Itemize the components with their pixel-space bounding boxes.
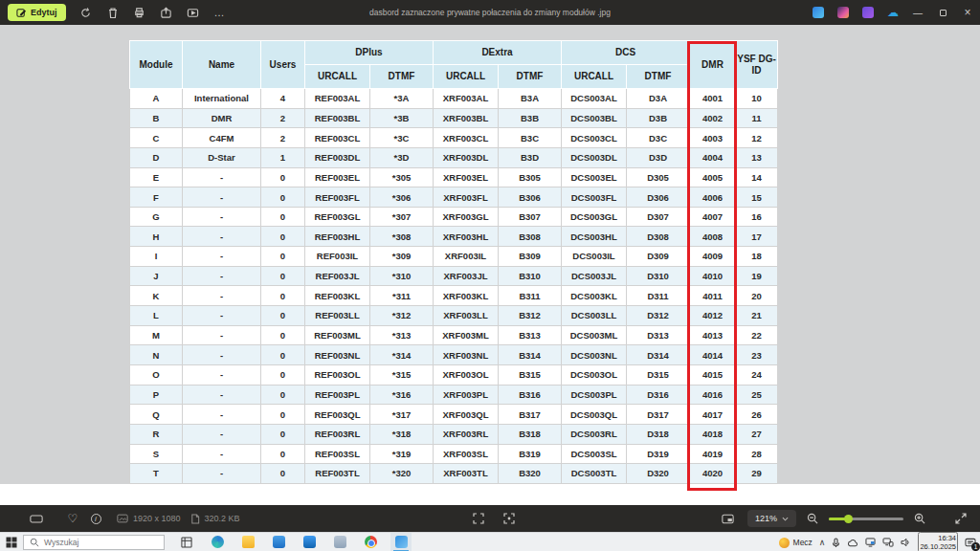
table-cell: XRF003IL	[434, 247, 499, 267]
onedrive-icon[interactable]: ☁	[887, 7, 899, 18]
photo-bottom-margin	[0, 484, 980, 505]
windows-taskbar: Wyszukaj Mecz ∧	[0, 532, 980, 551]
tray-onedrive-button[interactable]	[847, 539, 858, 547]
table-cell: DMR	[183, 108, 261, 128]
favorite-button[interactable]: ♡	[61, 508, 84, 529]
clipchamp-app-icon[interactable]	[837, 7, 849, 18]
table-cell: 4009	[690, 247, 736, 267]
table-cell: DCS003PL	[562, 385, 627, 405]
zoom-level-dropdown[interactable]: 121%	[747, 510, 796, 527]
table-cell: 23	[736, 345, 778, 365]
table-cell: 0	[261, 405, 305, 425]
file-size-icon	[190, 514, 200, 524]
table-cell: -	[183, 266, 261, 286]
microphone-icon	[832, 538, 840, 548]
photo-canvas[interactable]: Module Name Users DPlus DExtra DCS DMR Y…	[0, 25, 980, 505]
table-cell: 0	[261, 444, 305, 464]
table-cell: 0	[261, 266, 305, 286]
taskbar-search-input[interactable]: Wyszukaj	[23, 535, 165, 550]
tray-teams-button[interactable]	[832, 538, 840, 548]
slideshow-icon	[187, 7, 199, 19]
table-row: P-0REF003PL*316XRF003PLB316DCS003PLD3164…	[130, 385, 778, 405]
clock-date: 26.10.2025	[920, 542, 956, 551]
zoom-out-icon	[807, 513, 818, 524]
table-cell: 0	[261, 167, 305, 187]
table-cell: 4013	[690, 325, 736, 345]
task-view-button[interactable]	[176, 533, 197, 551]
share-button[interactable]	[156, 3, 177, 22]
action-center-button[interactable]: 1	[965, 538, 976, 548]
fullscreen-button[interactable]	[949, 508, 972, 529]
cloud-icon	[847, 539, 858, 547]
table-cell: D319	[627, 444, 690, 464]
tray-display-button[interactable]	[865, 538, 876, 547]
tray-volume-button[interactable]	[901, 538, 911, 547]
table-row: N-0REF003NL*314XRF003NLB314DCS003NLD3144…	[130, 345, 778, 365]
table-cell: *3D	[370, 147, 434, 167]
table-cell: 4008	[690, 227, 736, 247]
table-row: CC4FM2REF003CL*3CXRF003CLB3CDCS003CLD3C4…	[130, 128, 778, 148]
print-button[interactable]	[129, 3, 150, 22]
table-cell: XRF003GL	[434, 207, 499, 227]
zoom-slider-thumb[interactable]	[844, 515, 853, 523]
table-cell: 15	[736, 187, 778, 208]
zoom-out-button[interactable]	[804, 508, 821, 529]
table-cell: REF003KL	[305, 286, 370, 306]
sports-widget-icon	[779, 538, 790, 548]
header-dplus: DPlus	[305, 41, 434, 65]
table-cell: 22	[736, 325, 778, 345]
rotate-button[interactable]	[76, 3, 97, 22]
taskbar-photos-button[interactable]	[390, 533, 412, 551]
table-cell: DCS003DL	[562, 147, 627, 167]
search-icon	[30, 538, 39, 547]
file-info-button[interactable]: i	[84, 508, 107, 529]
table-cell: P	[130, 385, 183, 405]
table-row: T-0REF003TL*320XRF003TLB320DCS003TLD3204…	[130, 464, 778, 484]
taskbar-chrome-button[interactable]	[360, 533, 381, 551]
table-cell: 4018	[690, 424, 736, 444]
table-cell: 0	[261, 424, 305, 444]
photo-editor-app-icon[interactable]	[862, 7, 874, 18]
table-cell: 4015	[690, 364, 736, 385]
close-button[interactable]: ×	[955, 0, 980, 25]
ellipsis-icon: …	[214, 7, 226, 18]
taskbar-mail-button[interactable]	[329, 533, 350, 551]
zoom-in-button[interactable]	[911, 508, 928, 529]
taskbar-explorer-button[interactable]	[237, 533, 258, 551]
fit-to-window-button[interactable]	[467, 508, 490, 529]
table-cell: XRF003ML	[434, 325, 499, 345]
table-cell: XRF003PL	[434, 385, 499, 405]
filmstrip-toggle-button[interactable]	[25, 508, 48, 529]
edit-button[interactable]: Edytuj	[8, 4, 66, 21]
designer-app-icon[interactable]	[813, 7, 824, 18]
table-cell: *320	[370, 464, 434, 484]
more-button[interactable]: …	[210, 3, 231, 22]
table-cell: D-Star	[183, 147, 261, 167]
slideshow-button[interactable]	[183, 3, 204, 22]
taskbar-outlook-button[interactable]	[299, 533, 320, 551]
taskbar-store-button[interactable]	[268, 533, 289, 551]
restore-button[interactable]	[930, 0, 955, 25]
table-cell: B320	[499, 464, 562, 484]
minimize-button[interactable]: —	[905, 0, 930, 25]
news-widget-button[interactable]: Mecz	[779, 538, 813, 548]
zoom-slider[interactable]	[829, 518, 903, 520]
tray-expand-button[interactable]: ∧	[819, 538, 826, 547]
table-cell: H	[130, 227, 183, 247]
table-cell: R	[130, 424, 183, 444]
table-cell: 27	[736, 424, 778, 444]
tray-network-button[interactable]	[882, 538, 894, 547]
actual-size-button[interactable]	[498, 508, 521, 529]
table-cell: 4019	[690, 444, 736, 464]
mini-view-button[interactable]	[717, 508, 740, 529]
delete-button[interactable]	[102, 3, 123, 22]
table-cell: DCS003BL	[562, 108, 627, 128]
taskbar-edge-button[interactable]	[207, 533, 228, 551]
start-button[interactable]	[0, 533, 23, 551]
table-cell: D314	[627, 345, 690, 365]
table-cell: *314	[370, 345, 434, 365]
header-dextra-urcall: URCALL	[434, 65, 499, 89]
table-cell: XRF003LL	[434, 306, 499, 326]
table-cell: D315	[627, 364, 690, 385]
tray-clock[interactable]: 16:34 26.10.2025	[918, 532, 958, 551]
